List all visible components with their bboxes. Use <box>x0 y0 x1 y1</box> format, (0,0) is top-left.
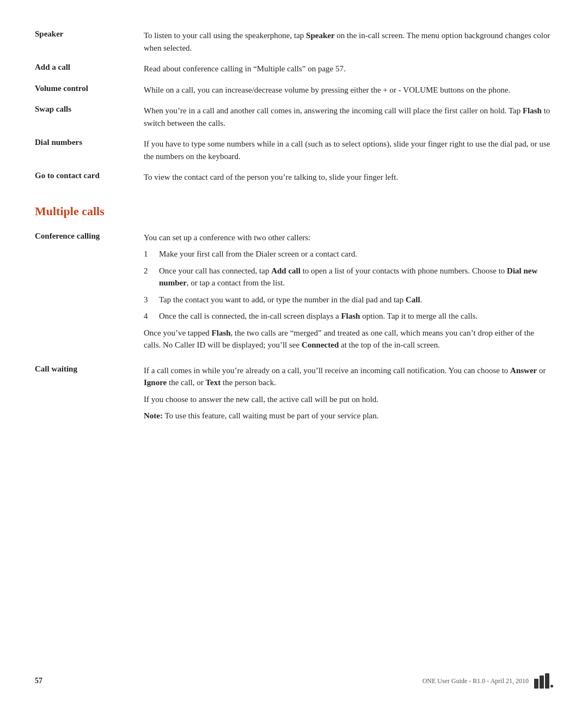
step-number: 2 <box>144 265 159 277</box>
step-number: 1 <box>144 248 159 260</box>
section-heading: Multiple calls <box>35 204 553 218</box>
conference-step: 1 Make your first call from the Dialer s… <box>144 248 553 260</box>
conference-term: Conference calling <box>35 229 144 358</box>
hin-logo <box>534 673 553 689</box>
term-row: Dial numbersIf you have to type some num… <box>35 135 553 168</box>
footer-right: ONE User Guide - R1.0 - April 21, 2010 <box>422 673 553 689</box>
hin-bar-3 <box>545 673 549 689</box>
conference-table: Conference calling You can set up a conf… <box>35 229 553 429</box>
step-number: 3 <box>144 294 159 306</box>
hin-bar-1 <box>534 679 538 689</box>
term-description: To view the contact card of the person y… <box>144 168 553 189</box>
step-text: Make your first call from the Dialer scr… <box>159 248 553 260</box>
footer: 57 ONE User Guide - R1.0 - April 21, 201… <box>0 673 588 689</box>
terms-table: SpeakerTo listen to your call using the … <box>35 26 553 189</box>
term-label: Go to contact card <box>35 168 144 189</box>
call-waiting-paragraph: If you choose to answer the new call, th… <box>144 393 553 406</box>
conference-step: 3 Tap the contact you want to add, or ty… <box>144 294 553 306</box>
page: SpeakerTo listen to your call using the … <box>0 0 588 706</box>
conference-intro: You can set up a conference with two oth… <box>144 232 553 244</box>
call-waiting-desc: If a call comes in while you’re already … <box>144 362 553 429</box>
term-row: Go to contact cardTo view the contact ca… <box>35 168 553 189</box>
call-waiting-paragraph: Note: To use this feature, call waiting … <box>144 410 553 422</box>
term-row: Add a callRead about conference calling … <box>35 59 553 81</box>
term-row: SpeakerTo listen to your call using the … <box>35 26 553 59</box>
term-label: Speaker <box>35 26 144 59</box>
call-waiting-term: Call waiting <box>35 362 144 429</box>
term-description: If you have to type some numbers while i… <box>144 135 553 168</box>
call-waiting-paragraph: If a call comes in while you’re already … <box>144 364 553 389</box>
conference-step: 2 Once your call has connected, tap Add … <box>144 265 553 289</box>
step-text: Tap the contact you want to add, or type… <box>159 294 553 306</box>
hin-dot <box>550 685 553 687</box>
conference-desc: You can set up a conference with two oth… <box>144 229 553 358</box>
page-number: 57 <box>35 677 42 685</box>
term-label: Dial numbers <box>35 135 144 168</box>
term-description: When you’re in a call and another call c… <box>144 101 553 135</box>
call-waiting-row: Call waiting If a call comes in while yo… <box>35 362 553 429</box>
hin-bar-2 <box>540 675 544 689</box>
conference-steps: 1 Make your first call from the Dialer s… <box>144 248 553 322</box>
term-description: While on a call, you can increase/decrea… <box>144 81 553 102</box>
term-description: Read about conference calling in “Multip… <box>144 59 553 81</box>
conference-step: 4 Once the call is connected, the in-cal… <box>144 310 553 322</box>
step-text: Once your call has connected, tap Add ca… <box>159 265 553 289</box>
conference-row: Conference calling You can set up a conf… <box>35 229 553 358</box>
spacer-row <box>35 358 553 362</box>
term-label: Swap calls <box>35 101 144 135</box>
footer-text: ONE User Guide - R1.0 - April 21, 2010 <box>422 677 529 685</box>
step-text: Once the call is connected, the in-call … <box>159 310 553 322</box>
term-label: Volume control <box>35 81 144 102</box>
step-number: 4 <box>144 310 159 322</box>
term-description: To listen to your call using the speaker… <box>144 26 553 59</box>
term-row: Volume controlWhile on a call, you can i… <box>35 81 553 102</box>
term-row: Swap callsWhen you’re in a call and anot… <box>35 101 553 135</box>
conference-after-steps: Once you’ve tapped Flash, the two calls … <box>144 327 553 351</box>
term-label: Add a call <box>35 59 144 81</box>
